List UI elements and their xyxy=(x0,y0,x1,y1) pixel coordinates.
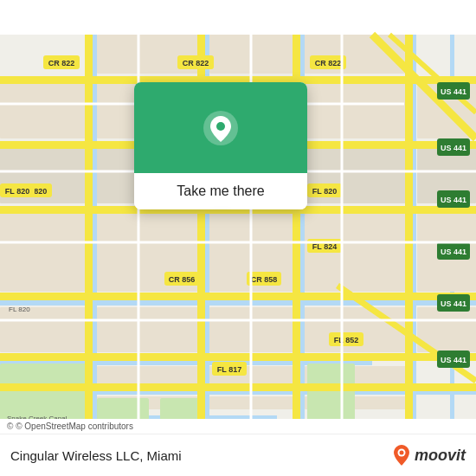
svg-rect-50 xyxy=(0,383,476,391)
svg-rect-29 xyxy=(97,307,201,352)
moovit-pin-icon xyxy=(392,443,411,467)
svg-text:FL 817: FL 817 xyxy=(217,365,241,374)
svg-rect-39 xyxy=(209,396,296,409)
svg-text:FL 820: FL 820 xyxy=(312,187,337,196)
svg-point-106 xyxy=(216,122,225,131)
svg-rect-54 xyxy=(405,35,413,441)
svg-rect-49 xyxy=(0,353,476,361)
svg-rect-34 xyxy=(97,366,201,383)
copyright-icon: © xyxy=(7,421,13,431)
svg-text:US 441: US 441 xyxy=(441,248,466,256)
location-pin-icon xyxy=(202,109,240,147)
moovit-logo: moovit xyxy=(392,443,466,467)
svg-text:FL 852: FL 852 xyxy=(334,336,358,344)
svg-rect-11 xyxy=(209,35,296,74)
location-name: Cingular Wireless LLC, Miami xyxy=(10,448,182,463)
location-popup: Take me there xyxy=(134,82,307,209)
popup-header xyxy=(134,82,307,173)
svg-text:CR 822: CR 822 xyxy=(183,59,209,68)
svg-rect-23 xyxy=(0,212,88,292)
svg-text:US 441: US 441 xyxy=(441,356,466,364)
svg-text:US 441: US 441 xyxy=(441,196,466,204)
svg-text:US 441: US 441 xyxy=(441,87,466,96)
svg-rect-48 xyxy=(0,293,476,300)
take-me-there-button[interactable]: Take me there xyxy=(134,173,307,209)
map-attribution: © © OpenStreetMap contributors xyxy=(0,419,476,434)
map-container: CR 822 CR 822 CR 822 FL 817 FL 820 FL 82… xyxy=(0,0,476,476)
map-background: CR 822 CR 822 CR 822 FL 817 FL 820 FL 82… xyxy=(0,0,476,476)
svg-point-108 xyxy=(399,451,403,455)
svg-text:CR 856: CR 856 xyxy=(169,275,196,284)
svg-text:CR 822: CR 822 xyxy=(48,59,75,68)
svg-text:FL 820: FL 820 xyxy=(5,187,29,196)
svg-rect-13 xyxy=(0,82,88,138)
attribution-text: © OpenStreetMap contributors xyxy=(16,421,133,431)
bottom-bar: © © OpenStreetMap contributors Cingular … xyxy=(0,419,476,476)
moovit-brand-text: moovit xyxy=(415,447,466,465)
svg-text:US 441: US 441 xyxy=(441,144,466,152)
svg-rect-30 xyxy=(209,307,296,352)
svg-text:US 441: US 441 xyxy=(441,299,466,308)
svg-text:CR 822: CR 822 xyxy=(315,59,342,68)
svg-rect-51 xyxy=(85,35,93,441)
location-info-row: Cingular Wireless LLC, Miami moovit xyxy=(0,434,476,476)
svg-rect-28 xyxy=(0,307,88,352)
svg-rect-16 xyxy=(305,82,408,138)
svg-text:FL 820: FL 820 xyxy=(9,306,30,313)
svg-text:CR 858: CR 858 xyxy=(251,275,278,284)
